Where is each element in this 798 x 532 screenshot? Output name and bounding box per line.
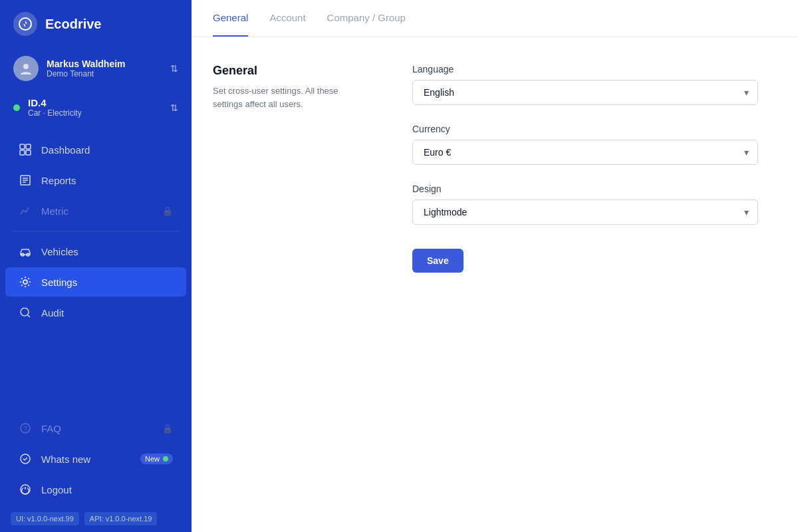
- currency-label: Currency: [412, 124, 758, 134]
- api-version: API: v1.0.0-next.19: [84, 512, 158, 525]
- app-name: Ecodrive: [45, 17, 101, 32]
- sidebar-item-audit[interactable]: Audit: [5, 298, 186, 327]
- reports-label: Reports: [41, 175, 76, 186]
- currency-field-group: Currency Euro € US Dollar $ British Poun…: [412, 124, 758, 165]
- svg-point-1: [23, 64, 29, 69]
- vehicle-id: ID.4: [28, 97, 162, 108]
- vehicle-status-dot: [13, 104, 20, 111]
- settings-icon: [19, 275, 32, 289]
- top-nav: General Account Company / Group: [192, 0, 798, 37]
- sidebar-header: Ecodrive: [0, 0, 192, 48]
- sidebar-item-dashboard[interactable]: Dashboard: [5, 135, 186, 164]
- user-name: Markus Waldheim: [47, 59, 162, 69]
- svg-rect-3: [26, 144, 31, 149]
- language-field-group: Language English German French Spanish ▾: [412, 64, 758, 105]
- sidebar-bottom-items: ? FAQ 🔒 Whats new New: [0, 412, 192, 505]
- design-field-group: Design Lightmode Darkmode ▾: [412, 184, 758, 225]
- save-button[interactable]: Save: [412, 249, 464, 273]
- user-tenant: Demo Tenant: [47, 69, 162, 78]
- whatsnew-label: Whats new: [41, 454, 90, 465]
- section-title: General: [213, 64, 359, 78]
- whatsnew-icon: [19, 452, 32, 466]
- vehicle-info: ID.4 Car · Electricity: [28, 97, 162, 118]
- svg-point-12: [23, 280, 27, 284]
- design-label: Design: [412, 184, 758, 194]
- nav-items: Dashboard Reports Metric 🔒: [0, 131, 192, 412]
- main-content: General Account Company / Group General …: [192, 0, 798, 532]
- vehicles-label: Vehicles: [41, 246, 78, 257]
- badge-dot: [163, 456, 168, 462]
- svg-rect-2: [20, 144, 25, 149]
- vehicle-section[interactable]: ID.4 Car · Electricity ⇅: [0, 89, 192, 126]
- vehicle-sub: Car · Electricity: [28, 108, 162, 118]
- sidebar-item-vehicles[interactable]: Vehicles: [5, 237, 186, 266]
- settings-content: General Set cross-user settings. All the…: [192, 37, 798, 532]
- design-select[interactable]: Lightmode Darkmode: [412, 200, 758, 225]
- vehicles-icon: [19, 245, 32, 258]
- design-select-wrapper: Lightmode Darkmode ▾: [412, 200, 758, 225]
- language-label: Language: [412, 64, 758, 74]
- sidebar-item-reports[interactable]: Reports: [5, 166, 186, 195]
- sidebar-item-whatsnew[interactable]: Whats new New: [5, 444, 186, 473]
- metric-label: Metric: [41, 205, 68, 217]
- svg-line-13: [28, 315, 31, 318]
- dashboard-label: Dashboard: [41, 144, 90, 156]
- vehicle-chevron-icon: ⇅: [170, 102, 178, 113]
- section-desc: Set cross-user settings. All these setti…: [213, 84, 359, 110]
- svg-rect-5: [26, 150, 31, 155]
- settings-label: Settings: [41, 277, 77, 288]
- sidebar-item-logout[interactable]: Logout: [5, 475, 186, 504]
- tab-account[interactable]: Account: [269, 0, 305, 37]
- logout-icon: [19, 483, 32, 496]
- svg-text:?: ?: [24, 426, 28, 433]
- faq-icon: ?: [19, 422, 32, 435]
- sidebar-item-settings[interactable]: Settings: [5, 267, 186, 297]
- language-select-wrapper: English German French Spanish ▾: [412, 80, 758, 105]
- currency-select-wrapper: Euro € US Dollar $ British Pound £ ▾: [412, 140, 758, 165]
- logout-label: Logout: [41, 484, 72, 495]
- sidebar-item-faq[interactable]: ? FAQ 🔒: [5, 414, 186, 443]
- section-info: General Set cross-user settings. All the…: [213, 64, 359, 505]
- tab-company[interactable]: Company / Group: [327, 0, 406, 37]
- tab-general[interactable]: General: [213, 0, 248, 37]
- user-info: Markus Waldheim Demo Tenant: [47, 59, 162, 78]
- audit-label: Audit: [41, 307, 64, 319]
- language-select[interactable]: English German French Spanish: [412, 80, 758, 105]
- nav-divider: [13, 231, 178, 231]
- dashboard-icon: [19, 143, 32, 156]
- logo-icon: [13, 12, 37, 36]
- metric-icon: [19, 204, 32, 217]
- sidebar-footer: UI: v1.0.0-next.99 API: v1.0.0-next.19: [0, 505, 192, 532]
- faq-lock-icon: 🔒: [162, 424, 173, 434]
- svg-rect-4: [20, 150, 25, 155]
- metric-lock-icon: 🔒: [162, 206, 173, 216]
- user-chevron-icon: ⇅: [170, 63, 178, 74]
- sidebar: Ecodrive Markus Waldheim Demo Tenant ⇅ I…: [0, 0, 192, 532]
- whatsnew-badge: New: [140, 454, 173, 464]
- currency-select[interactable]: Euro € US Dollar $ British Pound £: [412, 140, 758, 165]
- faq-label: FAQ: [41, 423, 61, 434]
- avatar: [13, 56, 39, 81]
- ui-version: UI: v1.0.0-next.99: [11, 512, 79, 525]
- user-section[interactable]: Markus Waldheim Demo Tenant ⇅: [0, 48, 192, 89]
- settings-form: Language English German French Spanish ▾…: [412, 64, 758, 505]
- svg-point-0: [19, 18, 31, 30]
- audit-icon: [19, 306, 32, 319]
- sidebar-item-metric[interactable]: Metric 🔒: [5, 196, 186, 225]
- reports-icon: [19, 174, 32, 187]
